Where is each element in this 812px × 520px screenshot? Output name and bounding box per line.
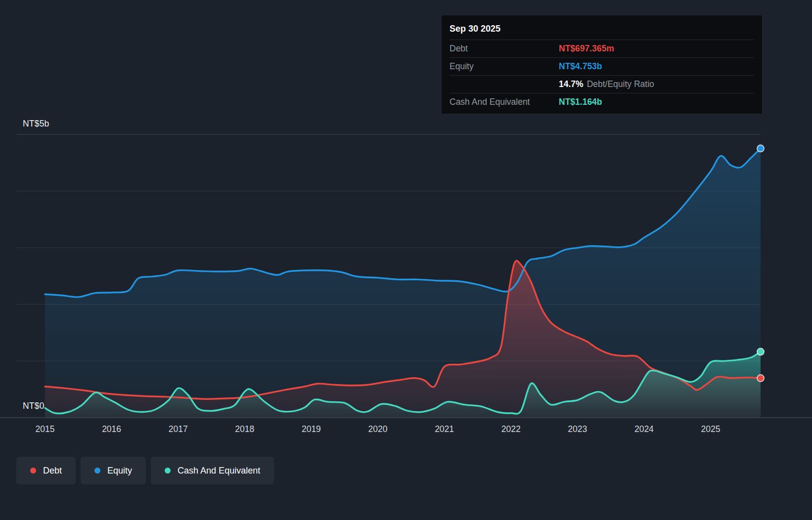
equity-endpoint-marker[interactable] bbox=[757, 145, 764, 152]
tooltip-cash-label: Cash And Equivalent bbox=[450, 97, 559, 107]
chart-legend: Debt Equity Cash And Equivalent bbox=[16, 457, 274, 484]
legend-equity-label: Equity bbox=[107, 466, 132, 476]
tooltip-row-debt: Debt NT$697.365m bbox=[450, 40, 754, 58]
cash-endpoint-marker[interactable] bbox=[757, 348, 764, 355]
legend-cash-label: Cash And Equivalent bbox=[178, 466, 260, 476]
cash-legend-dot-icon bbox=[165, 468, 171, 474]
x-axis-label-2018: 2018 bbox=[223, 424, 267, 434]
legend-item-debt[interactable]: Debt bbox=[16, 457, 76, 484]
tooltip-date: Sep 30 2025 bbox=[450, 19, 754, 40]
x-axis-label-2021: 2021 bbox=[422, 424, 467, 434]
x-axis-label-2017: 2017 bbox=[156, 424, 200, 434]
y-axis-label-zero: NT$0 bbox=[23, 401, 45, 411]
tooltip-debt-label: Debt bbox=[450, 43, 559, 54]
x-axis-label-2024: 2024 bbox=[622, 424, 666, 434]
tooltip-ratio-value: 14.7% bbox=[559, 79, 584, 89]
x-axis: 2015201620172018201920202021202220232024… bbox=[0, 424, 812, 437]
x-axis-label-2016: 2016 bbox=[90, 424, 134, 434]
debt-equity-history-chart: NT$5b NT$0 20152016201720182019202020212… bbox=[0, 0, 812, 520]
x-axis-label-2025: 2025 bbox=[688, 424, 733, 434]
x-axis-label-2020: 2020 bbox=[356, 424, 400, 434]
tooltip-row-cash: Cash And Equivalent NT$1.164b bbox=[450, 93, 754, 111]
x-axis-label-2019: 2019 bbox=[289, 424, 333, 434]
tooltip-ratio-label: Debt/Equity Ratio bbox=[587, 79, 654, 89]
tooltip-equity-label: Equity bbox=[450, 61, 559, 72]
legend-item-cash[interactable]: Cash And Equivalent bbox=[151, 457, 274, 484]
x-axis-label-2023: 2023 bbox=[555, 424, 600, 434]
tooltip-debt-value: NT$697.365m bbox=[559, 43, 614, 54]
tooltip-equity-value: NT$4.753b bbox=[559, 61, 602, 72]
equity-legend-dot-icon bbox=[94, 468, 100, 474]
x-axis-label-2022: 2022 bbox=[489, 424, 533, 434]
tooltip-cash-value: NT$1.164b bbox=[559, 97, 602, 107]
tooltip-row-equity: Equity NT$4.753b bbox=[450, 58, 754, 76]
x-axis-label-2015: 2015 bbox=[23, 424, 67, 434]
legend-debt-label: Debt bbox=[43, 466, 62, 476]
y-axis-label-top: NT$5b bbox=[23, 119, 49, 129]
chart-tooltip: Sep 30 2025 Debt NT$697.365m Equity NT$4… bbox=[441, 15, 763, 114]
debt-legend-dot-icon bbox=[30, 468, 36, 474]
legend-item-equity[interactable]: Equity bbox=[81, 457, 146, 484]
debt-endpoint-marker[interactable] bbox=[757, 375, 764, 382]
tooltip-row-ratio: 14.7% Debt/Equity Ratio bbox=[450, 76, 754, 93]
